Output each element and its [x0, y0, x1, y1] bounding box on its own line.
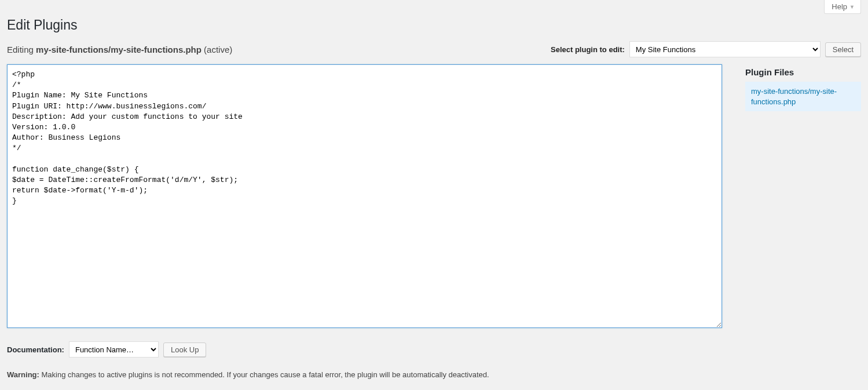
help-tab[interactable]: Help ▼ — [824, 0, 861, 14]
plugin-select[interactable]: My Site Functions — [629, 41, 821, 57]
lookup-button[interactable]: Look Up — [163, 342, 206, 357]
warning-label: Warning: — [7, 370, 39, 379]
documentation-label: Documentation: — [7, 345, 64, 354]
editing-status: (active) — [202, 45, 232, 54]
warning-text: Making changes to active plugins is not … — [39, 370, 489, 379]
editing-prefix: Editing — [7, 45, 36, 54]
warning-line: Warning: Making changes to active plugin… — [7, 370, 722, 379]
chevron-down-icon: ▼ — [849, 4, 855, 10]
page-title: Edit Plugins — [7, 17, 861, 33]
plugin-file-item[interactable]: my-site-functions/my-site-functions.php — [745, 82, 861, 111]
select-button[interactable]: Select — [825, 42, 861, 57]
plugin-files-heading: Plugin Files — [745, 67, 861, 77]
code-editor[interactable] — [7, 64, 722, 328]
help-label: Help — [832, 2, 847, 11]
plugin-picker-label: Select plugin to edit: — [551, 45, 625, 54]
editing-filename: my-site-functions/my-site-functions.php — [36, 45, 202, 54]
plugin-file-link[interactable]: my-site-functions/my-site-functions.php — [751, 87, 837, 106]
editing-line: Editing my-site-functions/my-site-functi… — [7, 45, 232, 54]
documentation-select[interactable]: Function Name… — [69, 341, 159, 358]
